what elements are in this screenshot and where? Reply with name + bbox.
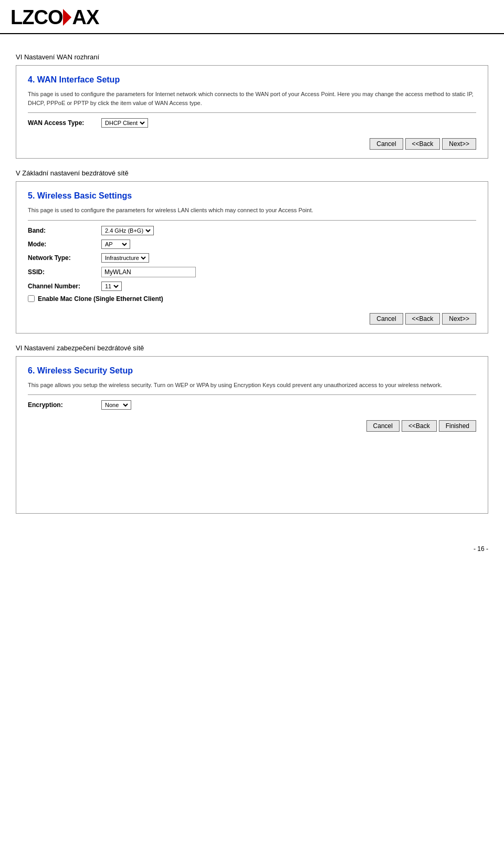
panel-security-title: 6. Wireless Security Setup: [28, 366, 476, 376]
ssid-input[interactable]: [101, 267, 196, 277]
channel-row: Channel Number: 11 1 6: [28, 282, 476, 291]
logo: LZCOAX: [10, 6, 494, 29]
mode-select[interactable]: AP Client WDS: [103, 241, 129, 248]
wireless-back-button[interactable]: <<Back: [405, 313, 440, 325]
panel-wireless-security: 6. Wireless Security Setup This page all…: [16, 356, 488, 514]
panel-wan-title: 4. WAN Interface Setup: [28, 75, 476, 85]
network-type-label: Network Type:: [28, 254, 101, 262]
encryption-select[interactable]: None WEP WPA WPA2: [103, 401, 130, 409]
network-type-select[interactable]: Infrastructure Ad-hoc: [103, 254, 148, 262]
panel-security-desc: This page allows you setup the wireless …: [28, 381, 476, 395]
header: LZCOAX: [0, 0, 504, 34]
panel-wireless-basic-desc: This page is used to configure the param…: [28, 206, 476, 221]
mac-clone-checkbox[interactable]: [28, 295, 35, 302]
security-button-row: Cancel <<Back Finished: [28, 420, 476, 432]
wireless-button-row: Cancel <<Back Next>>: [28, 313, 476, 325]
channel-label: Channel Number:: [28, 283, 101, 290]
wan-access-select[interactable]: DHCP Client Static IP PPPoE PPTP: [103, 119, 146, 127]
network-type-row: Network Type: Infrastructure Ad-hoc: [28, 253, 476, 263]
wan-cancel-button[interactable]: Cancel: [370, 138, 403, 150]
ssid-row: SSID:: [28, 267, 476, 277]
channel-select-wrapper[interactable]: 11 1 6: [101, 282, 122, 291]
mode-select-wrapper[interactable]: AP Client WDS: [101, 240, 130, 249]
encryption-select-wrapper[interactable]: None WEP WPA WPA2: [101, 400, 131, 410]
security-cancel-button[interactable]: Cancel: [366, 420, 400, 432]
wan-access-type-row: WAN Access Type: DHCP Client Static IP P…: [28, 118, 476, 128]
wan-access-select-wrapper[interactable]: DHCP Client Static IP PPPoE PPTP: [101, 118, 148, 128]
panel-wireless-basic: 5. Wireless Basic Settings This page is …: [16, 181, 488, 334]
section3-label: VI Nastavení zabezpečení bezdrátové sítě: [16, 344, 488, 352]
channel-select[interactable]: 11 1 6: [103, 283, 120, 290]
ssid-label: SSID:: [28, 268, 101, 276]
security-back-button[interactable]: <<Back: [402, 420, 437, 432]
wan-back-button[interactable]: <<Back: [405, 138, 440, 150]
band-row: Band: 2.4 GHz (B+G) 2.4 GHz (B) 2.4 GHz …: [28, 226, 476, 235]
page-body: VI Nastavení WAN rozhraní 4. WAN Interfa…: [0, 39, 504, 540]
band-select[interactable]: 2.4 GHz (B+G) 2.4 GHz (B) 2.4 GHz (G): [103, 227, 152, 234]
logo-com: CO: [34, 6, 62, 29]
logo-arrow-icon: [63, 9, 71, 26]
mode-label: Mode:: [28, 241, 101, 248]
encryption-label: Encryption:: [28, 401, 101, 409]
section2-label: V Základní nastavení bezdrátové sítě: [16, 169, 488, 177]
mac-clone-row: Enable Mac Clone (Single Ethernet Client…: [28, 295, 476, 303]
wan-button-row: Cancel <<Back Next>>: [28, 138, 476, 150]
section1-label: VI Nastavení WAN rozhraní: [16, 53, 488, 61]
mac-clone-label: Enable Mac Clone (Single Ethernet Client…: [38, 295, 163, 303]
panel-wan-desc: This page is used to configure the param…: [28, 90, 476, 113]
encryption-row: Encryption: None WEP WPA WPA2: [28, 400, 476, 410]
logo-max: AX: [72, 6, 99, 29]
wireless-next-button[interactable]: Next>>: [442, 313, 476, 325]
wan-next-button[interactable]: Next>>: [442, 138, 476, 150]
mode-row: Mode: AP Client WDS: [28, 240, 476, 249]
network-type-select-wrapper[interactable]: Infrastructure Ad-hoc: [101, 253, 149, 263]
panel-wireless-basic-title: 5. Wireless Basic Settings: [28, 191, 476, 201]
wireless-cancel-button[interactable]: Cancel: [370, 313, 403, 325]
band-select-wrapper[interactable]: 2.4 GHz (B+G) 2.4 GHz (B) 2.4 GHz (G): [101, 226, 154, 235]
page-footer: - 16 -: [0, 540, 504, 558]
panel-wan: 4. WAN Interface Setup This page is used…: [16, 65, 488, 159]
page-number: - 16 -: [474, 545, 488, 553]
band-label: Band:: [28, 227, 101, 234]
security-finished-button[interactable]: Finished: [439, 420, 476, 432]
wan-access-label: WAN Access Type:: [28, 119, 101, 127]
logo-lz: LZ: [10, 6, 34, 29]
